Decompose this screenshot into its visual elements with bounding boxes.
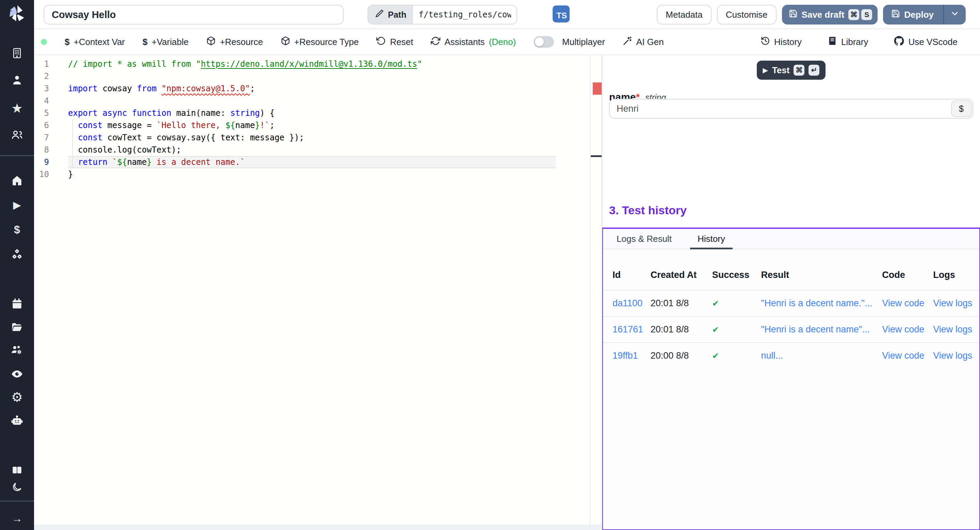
code-line-2[interactable] <box>68 70 588 82</box>
view-logs-link[interactable]: View logs <box>933 324 972 334</box>
cube-icon <box>206 36 216 48</box>
code-line-4[interactable] <box>68 95 588 107</box>
sidebar-item-runs[interactable]: ▶ <box>0 198 34 212</box>
sidebar-item-variables[interactable]: $ <box>0 223 34 236</box>
star-icon: ★ <box>11 102 23 115</box>
variable-picker-button[interactable]: $ <box>951 101 972 117</box>
user-icon <box>11 75 23 86</box>
view-code-link[interactable]: View code <box>882 351 924 361</box>
user-group-icon <box>11 129 23 141</box>
ai-gen-button[interactable]: AI Gen <box>623 36 664 48</box>
code-line-10[interactable]: } <box>68 168 588 180</box>
tab-logs-result[interactable]: Logs & Result <box>612 229 676 249</box>
add-context-var-button[interactable]: $ +Context Var <box>65 37 125 47</box>
code-line-8[interactable]: console.log(cowText); <box>68 144 588 156</box>
sidebar-item-resources[interactable] <box>0 248 34 262</box>
result-link[interactable]: null... <box>761 351 783 361</box>
code-line-7[interactable]: const cowText = cowsay.say({ text: messa… <box>68 131 588 144</box>
code-line-5[interactable]: export async function main(name: string)… <box>68 107 588 119</box>
name-field-input[interactable] <box>609 99 973 118</box>
use-vscode-label: Use VScode <box>908 37 958 47</box>
sidebar-item-favorites[interactable]: ★ <box>0 102 34 115</box>
code-line-9[interactable]: return `${name} is a decent name.` <box>68 156 588 168</box>
add-resource-type-button[interactable]: +Resource Type <box>281 36 359 48</box>
code-content[interactable]: // import * as wmill from "https://deno.… <box>68 58 588 180</box>
view-code-link[interactable]: View code <box>882 298 924 308</box>
code-line-3[interactable]: import cowsay from "npm:cowsay@1.5.0"; <box>68 82 588 95</box>
deploy-dropdown-button[interactable] <box>944 5 966 24</box>
sidebar-item-schedules[interactable] <box>0 297 34 311</box>
save-draft-label: Save draft <box>802 10 845 20</box>
add-resource-label: +Resource <box>220 37 263 47</box>
sidebar-item-docs[interactable] <box>0 463 34 477</box>
header-success: Success <box>712 263 761 290</box>
robot-icon <box>11 415 23 427</box>
tab-history[interactable]: History <box>693 229 730 249</box>
add-variable-button[interactable]: $ +Variable <box>143 37 189 47</box>
sidebar-item-settings[interactable]: ⚙ <box>0 390 34 404</box>
table-row: 19ffb1 20:00 8/8 ✔ null... View code Vie… <box>603 343 979 369</box>
sync-icon <box>431 36 440 48</box>
toolbar-right: History Library Use VScode <box>760 36 958 48</box>
save-draft-button[interactable]: Save draft ⌘S <box>782 5 878 24</box>
windmill-logo-icon[interactable] <box>8 4 27 23</box>
use-vscode-button[interactable]: Use VScode <box>894 36 958 48</box>
add-resource-type-label: +Resource Type <box>294 37 359 47</box>
editor-toolbar: $ +Context Var $ +Variable +Resource +Re… <box>34 29 980 55</box>
deploy-button[interactable]: Deploy <box>883 5 943 24</box>
github-icon <box>894 36 904 48</box>
header-result: Result <box>761 263 882 290</box>
multiplayer-group: Multiplayer <box>533 36 605 48</box>
view-logs-link[interactable]: View logs <box>933 298 972 308</box>
topbar-actions: Metadata Customise Save draft ⌘S Deploy <box>657 5 966 24</box>
sidebar-item-dark-mode[interactable] <box>0 480 34 494</box>
view-logs-link[interactable]: View logs <box>933 351 972 361</box>
run-id-link[interactable]: 161761 <box>612 324 643 334</box>
topbar: Path TS Metadata Customise Save draft ⌘S <box>34 0 980 29</box>
sidebar-item-workspace[interactable] <box>0 46 34 60</box>
sidebar-item-workers[interactable] <box>0 414 34 428</box>
success-check-icon: ✔ <box>712 325 719 334</box>
customise-button[interactable]: Customise <box>717 5 776 24</box>
gear-icon: ⚙ <box>11 391 23 404</box>
sidebar-item-home[interactable] <box>0 174 34 187</box>
reset-button[interactable]: Reset <box>376 36 413 48</box>
run-id-link[interactable]: da1100 <box>612 298 643 308</box>
editor-scrollbar-strip[interactable] <box>34 525 601 530</box>
sidebar-item-audit-logs[interactable] <box>0 367 34 381</box>
test-button[interactable]: ▶ Test ⌘↵ <box>757 61 826 80</box>
success-check-icon: ✔ <box>712 351 719 360</box>
path-button[interactable]: Path <box>368 5 413 24</box>
result-link[interactable]: "Henri is a decent name."... <box>761 298 872 308</box>
run-id-link[interactable]: 19ffb1 <box>612 351 638 361</box>
sidebar-item-user[interactable] <box>0 73 34 87</box>
library-button[interactable]: Library <box>827 36 868 48</box>
kbd-enter: ↵ <box>808 65 819 76</box>
multiplayer-toggle[interactable] <box>533 36 554 48</box>
assistants-button[interactable]: Assistants (Deno) <box>431 36 516 48</box>
sidebar-expand-button[interactable]: → <box>0 512 34 525</box>
script-title-input[interactable] <box>43 5 344 24</box>
history-button[interactable]: History <box>760 36 802 48</box>
floppy-icon <box>789 9 798 21</box>
eye-icon <box>11 368 23 380</box>
view-code-link[interactable]: View code <box>882 324 924 334</box>
sidebar-item-folders[interactable] <box>0 320 34 334</box>
path-input[interactable] <box>413 5 517 24</box>
sidebar-item-members[interactable] <box>0 128 34 142</box>
code-line-6[interactable]: const message = `Hello there, ${name}!`; <box>68 119 588 131</box>
test-label: Test <box>772 65 790 76</box>
code-editor[interactable]: 12345678910 // import * as wmill from "h… <box>34 55 601 530</box>
app-root: ★ ▶ $ <box>0 0 980 530</box>
magic-wand-icon <box>623 36 632 48</box>
dollar-icon: $ <box>143 37 147 47</box>
test-history-box: Logs & Result History Id Created At Succ… <box>602 228 980 530</box>
add-resource-button[interactable]: +Resource <box>206 36 263 48</box>
chevron-down-icon <box>950 9 959 21</box>
metadata-button[interactable]: Metadata <box>657 5 711 24</box>
sidebar-item-groups[interactable] <box>0 343 34 357</box>
result-link[interactable]: "Henri is a decent name"... <box>761 324 870 334</box>
undo-icon <box>376 36 386 48</box>
code-line-1[interactable]: // import * as wmill from "https://deno.… <box>68 58 588 70</box>
header-id: Id <box>603 263 651 290</box>
